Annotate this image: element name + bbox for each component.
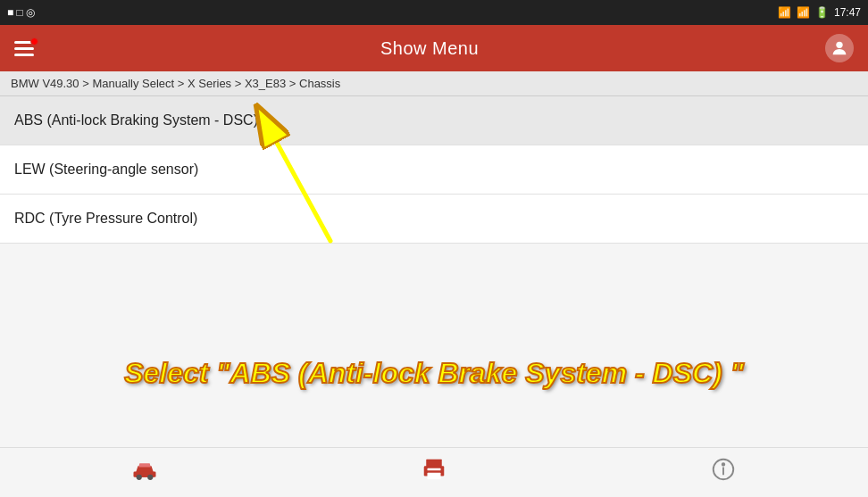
list-item-lew[interactable]: LEW (Steering-angle sensor) <box>0 145 868 195</box>
content-area: ABS (Anti-lock Braking System - DSC) LEW… <box>0 96 868 472</box>
info-icon <box>710 456 737 489</box>
list-item-rdc[interactable]: RDC (Tyre Pressure Control) <box>0 195 868 244</box>
wifi-icon: 📶 <box>797 6 810 19</box>
print-icon <box>421 456 447 489</box>
bottom-nav <box>0 447 868 497</box>
breadcrumb: BMW V49.30 > Manually Select > X Series … <box>0 71 868 96</box>
svg-point-4 <box>137 475 142 480</box>
svg-point-12 <box>722 463 725 466</box>
status-left: ■ □ ◎ <box>7 6 35 19</box>
nav-car[interactable] <box>0 456 289 489</box>
car-icon <box>131 456 158 489</box>
rdc-label: RDC (Tyre Pressure Control) <box>14 211 197 226</box>
user-profile-button[interactable] <box>825 34 854 62</box>
app-icons: ■ □ ◎ <box>7 6 35 19</box>
nav-print[interactable] <box>289 456 579 489</box>
list-item-abs[interactable]: ABS (Anti-lock Braking System - DSC) <box>0 96 868 145</box>
lew-label: LEW (Steering-angle sensor) <box>14 162 198 177</box>
status-right: 📶 📶 🔋 17:47 <box>778 6 861 19</box>
status-bar: ■ □ ◎ 📶 📶 🔋 17:47 <box>0 0 868 25</box>
hamburger-line2 <box>14 47 34 50</box>
svg-point-0 <box>836 42 842 48</box>
instruction-text: Select "ABS (Anti-lock Brake System - DS… <box>124 357 744 390</box>
notification-dot <box>30 37 38 46</box>
battery-icon: 🔋 <box>815 6 829 19</box>
svg-point-5 <box>147 475 153 480</box>
clock: 17:47 <box>834 6 861 19</box>
svg-rect-9 <box>428 468 441 471</box>
top-bar: Show Menu <box>0 25 868 71</box>
page-title: Show Menu <box>380 38 479 59</box>
hamburger-menu[interactable] <box>14 41 34 56</box>
bluetooth-icon: 📶 <box>778 6 791 19</box>
svg-rect-8 <box>428 473 441 480</box>
abs-label: ABS (Anti-lock Braking System - DSC) <box>14 112 258 128</box>
nav-info[interactable] <box>579 456 868 489</box>
hamburger-line3 <box>14 54 34 56</box>
